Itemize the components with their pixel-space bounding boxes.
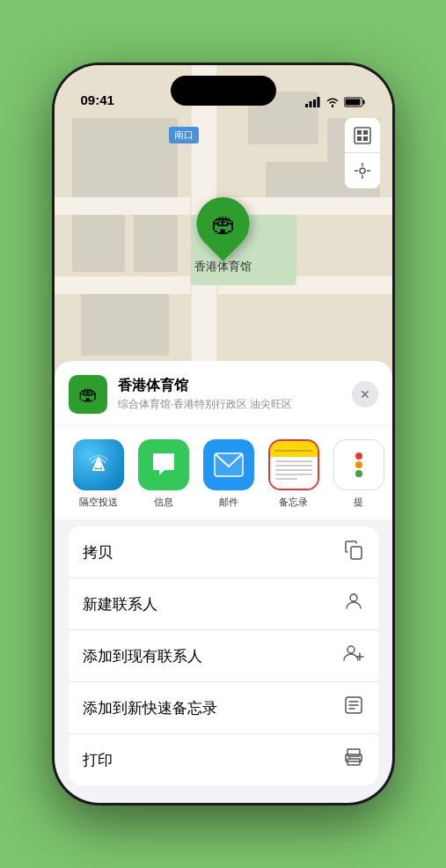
app-item-mail[interactable]: 邮件 [199,439,259,509]
app-item-notes[interactable]: 备忘录 [264,439,324,509]
svg-rect-24 [357,136,362,141]
action-add-contact[interactable]: 添加到现有联系人 [69,630,378,682]
location-header: 🏟 香港体育馆 综合体育馆·香港特别行政区 油尖旺区 ✕ [55,361,392,424]
svg-point-46 [348,757,350,759]
svg-rect-0 [305,104,308,107]
svg-rect-1 [309,101,311,107]
svg-rect-9 [72,210,125,272]
print-icon [343,747,364,773]
apps-row: 隔空投送 信息 [55,425,392,519]
map-controls[interactable] [345,118,380,188]
dynamic-island [171,76,276,106]
svg-rect-10 [134,210,178,272]
map-label: 南口 [169,127,199,143]
action-print-label: 打印 [83,750,113,770]
action-print[interactable]: 打印 [69,734,378,785]
pin-label: 香港体育馆 [194,259,252,275]
more-icon [333,439,384,490]
map-layers-button[interactable] [345,118,380,153]
person-add-icon [341,643,364,669]
copy-icon [343,539,364,565]
stadium-pin: 🏟 香港体育馆 [194,197,252,275]
pin-emoji: 🏟 [211,210,236,239]
svg-point-26 [360,168,365,173]
location-subtitle: 综合体育馆·香港特别行政区 油尖旺区 [118,397,352,412]
note-icon [343,695,364,721]
action-new-contact-label: 新建联系人 [83,594,157,614]
mail-icon [203,439,254,490]
status-time: 09:41 [81,92,114,107]
notes-label: 备忘录 [279,496,308,509]
svg-rect-21 [355,128,370,143]
messages-icon [138,439,189,490]
action-quick-note[interactable]: 添加到新快速备忘录 [69,682,378,734]
action-list: 拷贝 新建联系人 [69,526,378,785]
svg-rect-2 [313,99,316,107]
svg-rect-8 [72,118,178,197]
svg-rect-25 [363,136,368,141]
action-copy[interactable]: 拷贝 [69,526,378,578]
person-icon [343,591,364,617]
svg-rect-43 [347,749,360,756]
svg-point-36 [347,646,355,653]
svg-rect-11 [81,285,169,356]
action-new-contact[interactable]: 新建联系人 [69,578,378,630]
more-label: 提 [354,496,363,509]
messages-label: 信息 [154,496,173,509]
phone-frame: 09:41 [52,63,395,805]
wifi-icon [325,97,340,107]
notes-icon [268,439,319,490]
mail-label: 邮件 [219,496,238,509]
app-item-airdrop[interactable]: 隔空投送 [69,439,128,509]
location-icon: 🏟 [69,375,107,414]
airdrop-icon [73,439,124,490]
signal-icon [305,97,321,107]
share-sheet: 🏟 香港体育馆 综合体育馆·香港特别行政区 油尖旺区 ✕ [55,361,392,803]
location-name: 香港体育馆 [118,377,352,395]
svg-point-35 [350,594,357,601]
airdrop-label: 隔空投送 [79,496,118,509]
phone-screen: 09:41 [55,65,392,803]
location-info: 香港体育馆 综合体育馆·香港特别行政区 油尖旺区 [118,377,352,412]
app-item-more[interactable]: 提 [329,439,389,509]
svg-rect-5 [362,100,364,105]
map-label-text: 南口 [174,129,194,140]
svg-rect-23 [363,130,368,135]
action-quick-note-label: 添加到新快速备忘录 [83,698,217,718]
pin-icon: 🏟 [186,187,260,261]
action-add-contact-label: 添加到现有联系人 [83,646,202,666]
app-item-messages[interactable]: 信息 [134,439,194,509]
svg-rect-6 [345,99,360,106]
map-location-button[interactable] [345,153,380,188]
status-icons [305,97,366,107]
battery-icon [344,97,366,107]
svg-rect-3 [317,97,319,107]
svg-rect-22 [357,130,362,135]
action-copy-label: 拷贝 [83,542,113,563]
close-button[interactable]: ✕ [352,381,378,408]
svg-rect-34 [351,547,362,559]
